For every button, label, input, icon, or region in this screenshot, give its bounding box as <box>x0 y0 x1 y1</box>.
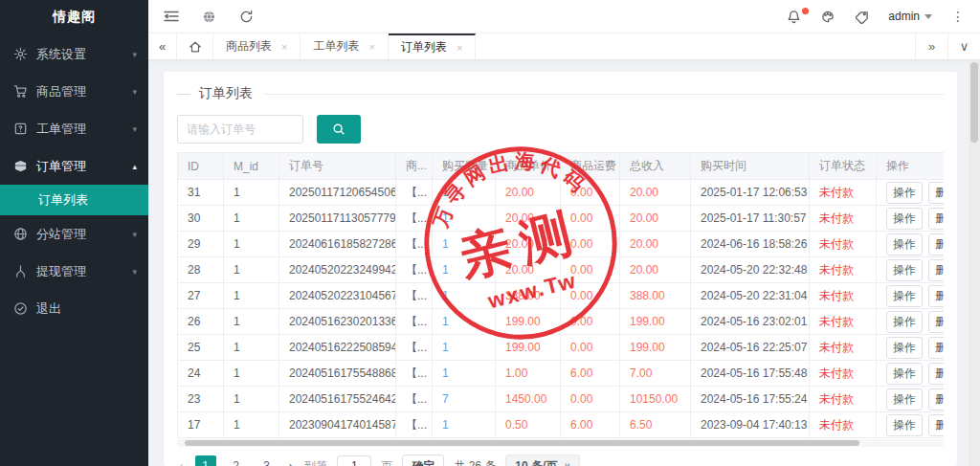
prev-page-icon[interactable]: ‹ <box>177 458 186 466</box>
row-action-button[interactable]: 操作 <box>886 337 923 359</box>
tab-product-list[interactable]: 商品列表 × <box>213 33 301 59</box>
legend-line <box>263 94 944 95</box>
row-delete-button[interactable]: 删除 <box>928 311 944 333</box>
vertical-scrollbar[interactable] <box>969 60 980 466</box>
cell-order-no: 20240516175524642 <box>279 387 396 412</box>
cell-freight: 0.00 <box>561 257 620 283</box>
cell-order-no: 20250117120654506 <box>279 180 396 206</box>
row-delete-button[interactable]: 删除 <box>928 285 944 307</box>
cell-quantity[interactable]: 1 <box>433 309 496 335</box>
cell-quantity[interactable]: 1 <box>433 283 496 309</box>
sidebar-item-substation-management[interactable]: 分站管理 ▾ <box>0 215 148 253</box>
cell-quantity[interactable]: 1 <box>433 335 496 361</box>
row-action-button[interactable]: 操作 <box>886 259 923 281</box>
page-button-2[interactable]: 2 <box>226 455 247 466</box>
tab-label: 订单列表 <box>401 39 447 55</box>
cell-product: 【... <box>396 232 433 257</box>
tabs-scroll-left-icon[interactable]: « <box>148 33 177 59</box>
close-icon[interactable]: × <box>457 42 462 54</box>
sidebar-item-logout[interactable]: 退出 <box>0 290 148 327</box>
cell-quantity[interactable]: 1 <box>433 361 496 387</box>
tab-ticket-list[interactable]: 工单列表 × <box>301 33 388 59</box>
tab-order-list[interactable]: 订单列表 × <box>389 33 476 59</box>
row-delete-button[interactable]: 删除 <box>928 182 944 204</box>
row-delete-button[interactable]: 删除 <box>928 414 944 436</box>
cell-id: 31 <box>178 180 224 206</box>
page-size-select[interactable]: 10 条/页 ∨ <box>505 455 580 466</box>
tag-icon[interactable] <box>855 10 869 24</box>
fold-menu-icon[interactable] <box>164 10 179 23</box>
row-action-button[interactable]: 操作 <box>886 182 923 204</box>
row-delete-button[interactable]: 删除 <box>928 233 944 255</box>
horizontal-scrollbar-thumb[interactable] <box>185 440 859 446</box>
palette-icon[interactable] <box>820 10 835 24</box>
refresh-icon[interactable] <box>239 10 254 24</box>
sidebar-item-product-management[interactable]: 商品管理 ▾ <box>0 73 148 110</box>
next-page-icon[interactable]: › <box>287 458 296 466</box>
cell-quantity[interactable]: 1 <box>433 257 496 283</box>
cell-quantity[interactable]: 1 <box>433 412 496 438</box>
chevron-up-icon: ▴ <box>132 162 137 171</box>
table-row: 30120250117113057779【...120.000.0020.002… <box>178 206 945 232</box>
page-button-1[interactable]: 1 <box>195 455 216 466</box>
cell-income: 20.00 <box>620 206 691 232</box>
tabs-menu-chevron-icon[interactable]: ∨ <box>947 33 980 59</box>
cell-quantity[interactable]: 1 <box>433 232 496 257</box>
row-action-button[interactable]: 操作 <box>886 363 923 385</box>
vertical-scrollbar-thumb[interactable] <box>970 62 978 143</box>
confirm-button[interactable]: 确定 <box>402 455 444 466</box>
cell-product: 【... <box>396 361 433 387</box>
language-globe-icon[interactable] <box>202 10 216 24</box>
cell-quantity[interactable]: 7 <box>433 387 496 412</box>
tabs-scroll-right-icon[interactable]: » <box>915 33 947 59</box>
bell-icon[interactable] <box>787 10 801 24</box>
row-delete-button[interactable]: 删除 <box>928 259 944 281</box>
goto-page-input[interactable] <box>337 455 371 466</box>
chevron-down-icon: ▾ <box>132 50 137 59</box>
row-action-button[interactable]: 操作 <box>886 285 923 307</box>
row-action-button[interactable]: 操作 <box>886 311 923 333</box>
more-options-icon[interactable]: ⋮ <box>951 9 965 24</box>
box-icon <box>13 159 28 173</box>
row-delete-button[interactable]: 删除 <box>928 337 944 359</box>
cell-status: 未付款 <box>810 283 877 309</box>
tabbar-right-group: » ∨ <box>915 33 980 59</box>
close-icon[interactable]: × <box>368 41 374 53</box>
cell-quantity[interactable]: 1 <box>433 206 496 232</box>
row-action-button[interactable]: 操作 <box>886 388 923 411</box>
row-action-button[interactable]: 操作 <box>886 233 923 255</box>
cell-actions: 操作删除 <box>877 309 945 335</box>
order-number-input[interactable] <box>177 115 303 144</box>
row-action-button[interactable]: 操作 <box>886 414 923 436</box>
cell-income: 20.00 <box>620 232 691 257</box>
row-delete-button[interactable]: 删除 <box>928 388 944 411</box>
sidebar-item-withdrawal-management[interactable]: 提现管理 ▾ <box>0 253 148 290</box>
cell-status: 未付款 <box>810 335 877 361</box>
cell-id: 30 <box>178 206 224 232</box>
chevron-down-icon <box>924 14 932 19</box>
row-action-button[interactable]: 操作 <box>886 208 923 230</box>
cell-order-no: 20230904174014587 <box>279 412 396 438</box>
home-tab[interactable] <box>177 33 213 59</box>
col-header-status: 订单状态 <box>810 153 877 180</box>
order-table-container: ID M_id 订单号 商... 购买数量 商品单价 商品运费 总收入 购买时间… <box>177 152 944 438</box>
sidebar-subitem-order-list[interactable]: 订单列表 <box>0 185 148 215</box>
close-icon[interactable]: × <box>281 41 287 53</box>
col-header-income: 总收入 <box>620 153 691 180</box>
horizontal-scrollbar[interactable] <box>177 439 944 447</box>
sidebar-item-order-management[interactable]: 订单管理 ▴ <box>0 147 148 185</box>
cell-time: 2025-01-17 12:06:53 <box>691 180 810 206</box>
cell-time: 2024-05-16 17:55:24 <box>691 387 810 412</box>
user-menu[interactable]: admin <box>888 10 932 23</box>
table-row: 26120240516230201336【...1199.000.00199.0… <box>178 309 945 335</box>
page-button-3[interactable]: 3 <box>256 455 278 466</box>
cell-quantity[interactable]: 1 <box>433 180 496 206</box>
sidebar-item-system-settings[interactable]: 系统设置 ▾ <box>0 35 148 73</box>
search-button[interactable] <box>317 115 361 144</box>
col-header-order-no: 订单号 <box>279 153 396 180</box>
row-delete-button[interactable]: 删除 <box>928 208 944 230</box>
sidebar-item-ticket-management[interactable]: 工单管理 ▾ <box>0 110 148 147</box>
col-header-unit-price: 商品单价 <box>496 153 561 180</box>
row-delete-button[interactable]: 删除 <box>928 363 944 385</box>
cell-time: 2024-05-16 23:02:01 <box>691 309 810 335</box>
